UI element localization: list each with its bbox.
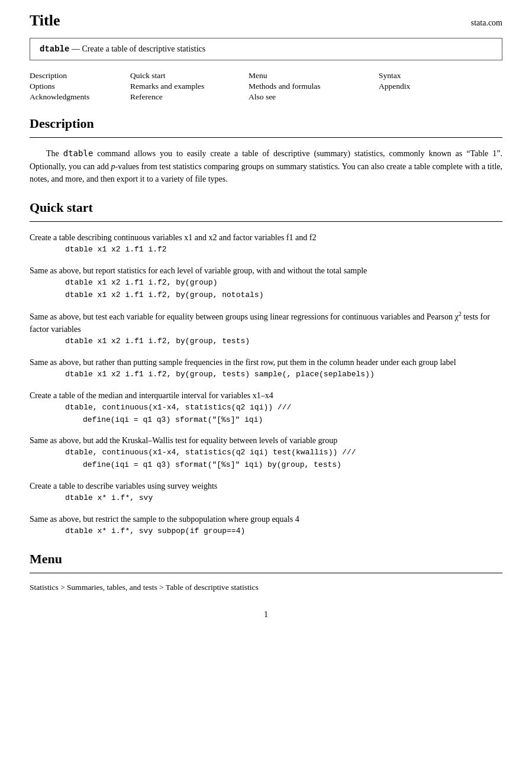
nav-menu[interactable]: Menu [249, 71, 379, 80]
nav-acknowledgments[interactable]: Acknowledgments [30, 92, 130, 102]
description-heading: Description [30, 116, 502, 131]
page: Title stata.com dtable — Create a table … [0, 0, 532, 778]
menu-path: Statistics > Summaries, tables, and test… [30, 583, 502, 592]
quick-start-divider [30, 221, 502, 222]
description-divider [30, 137, 502, 138]
nav-methods[interactable]: Methods and formulas [249, 82, 379, 91]
qs-code-6b: define(iqi = q1 q3) sformat("[%s]" iqi) … [83, 459, 502, 472]
nav-description[interactable]: Description [30, 71, 130, 80]
qs-code-4: dtable x1 x2 i.f1 i.f2, by(group, tests)… [65, 369, 502, 381]
qs-desc-6: Same as above, but add the Kruskal–Walli… [30, 436, 337, 445]
nav-appendix[interactable]: Appendix [379, 82, 473, 91]
qs-code-6a: dtable, continuous(x1-x4, statistics(q2 … [65, 447, 502, 459]
nav-reference[interactable]: Reference [130, 92, 249, 102]
qs-code-1: dtable x1 x2 i.f1 i.f2 [65, 244, 502, 256]
qs-code-8: dtable x* i.f*, svy subpop(if group==4) [65, 525, 502, 538]
page-title: Title [30, 12, 60, 30]
qs-code-5b: define(iqi = q1 q3) sformat("[%s]" iqi) [83, 414, 502, 427]
qs-item-8: Same as above, but restrict the sample t… [30, 513, 502, 538]
nav-remarks[interactable]: Remarks and examples [130, 82, 249, 91]
nav-empty [379, 92, 473, 102]
nav-syntax[interactable]: Syntax [379, 71, 473, 80]
qs-desc-3: Same as above, but test each variable fo… [30, 312, 490, 334]
qs-desc-5: Create a table of the median and interqu… [30, 391, 273, 400]
command-description: Create a table of descriptive statistics [82, 44, 205, 53]
nav-also-see[interactable]: Also see [249, 92, 379, 102]
qs-desc-4: Same as above, but rather than putting s… [30, 358, 456, 367]
command-name: dtable [40, 44, 69, 54]
qs-code-2a: dtable x1 x2 i.f1 i.f2, by(group) [65, 277, 502, 289]
nav-options[interactable]: Options [30, 82, 130, 91]
qs-desc-7: Create a table to describe variables usi… [30, 482, 217, 490]
stata-url: stata.com [471, 18, 502, 28]
qs-code-5a: dtable, continuous(x1-x4, statistics(q2 … [65, 402, 502, 414]
qs-code-2b: dtable x1 x2 i.f1 i.f2, by(group, notota… [65, 289, 502, 302]
menu-divider [30, 573, 502, 573]
qs-desc-2: Same as above, but report statistics for… [30, 266, 367, 275]
description-paragraph: The dtable command allows you to easily … [30, 147, 502, 186]
qs-item-5: Create a table of the median and interqu… [30, 389, 502, 427]
qs-item-4: Same as above, but rather than putting s… [30, 356, 502, 381]
qs-item-2: Same as above, but report statistics for… [30, 264, 502, 302]
quick-start-heading: Quick start [30, 200, 502, 215]
command-separator: — [72, 44, 80, 53]
qs-item-1: Create a table describing continuous var… [30, 231, 502, 256]
qs-item-7: Create a table to describe variables usi… [30, 480, 502, 505]
qs-item-6: Same as above, but add the Kruskal–Walli… [30, 434, 502, 472]
menu-heading: Menu [30, 551, 502, 567]
qs-code-7: dtable x* i.f*, svy [65, 492, 502, 505]
nav-links: Description Quick start Menu Syntax Opti… [30, 71, 502, 102]
page-header: Title stata.com [30, 12, 502, 30]
qs-code-3: dtable x1 x2 i.f1 i.f2, by(group, tests) [65, 335, 502, 348]
qs-desc-8: Same as above, but restrict the sample t… [30, 515, 299, 524]
qs-item-3: Same as above, but test each variable fo… [30, 309, 502, 347]
qs-desc-1: Create a table describing continuous var… [30, 233, 316, 242]
command-box: dtable — Create a table of descriptive s… [30, 38, 502, 60]
nav-quick-start[interactable]: Quick start [130, 71, 249, 80]
page-number: 1 [30, 610, 502, 619]
